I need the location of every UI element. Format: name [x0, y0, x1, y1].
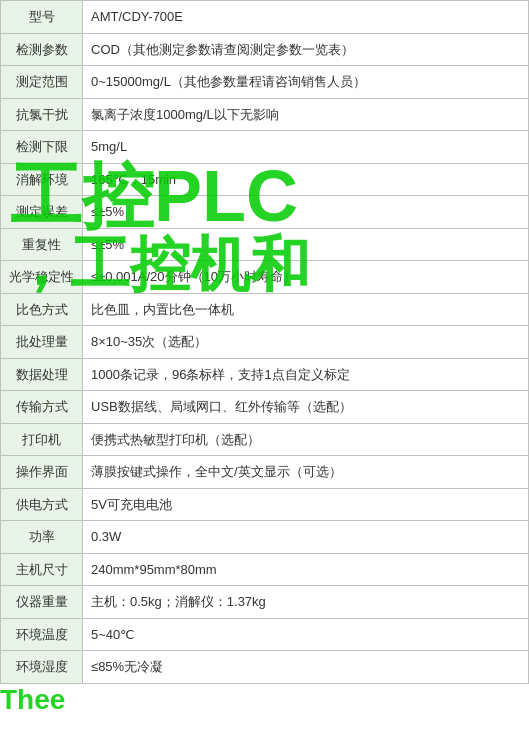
row-value: 便携式热敏型打印机（选配） — [83, 423, 529, 456]
table-row: 抗氯干扰氯离子浓度1000mg/L以下无影响 — [1, 98, 529, 131]
table-row: 比色方式比色皿，内置比色一体机 — [1, 293, 529, 326]
row-label: 检测下限 — [1, 131, 83, 164]
row-value: 1000条记录，96条标样，支持1点自定义标定 — [83, 358, 529, 391]
row-value: AMT/CDY-700E — [83, 1, 529, 34]
row-label: 数据处理 — [1, 358, 83, 391]
bottom-text: Thee — [0, 684, 65, 716]
row-value: 8×10~35次（选配） — [83, 326, 529, 359]
row-value: 0~15000mg/L（其他参数量程请咨询销售人员） — [83, 66, 529, 99]
row-label: 测定误差 — [1, 196, 83, 229]
table-row: 光学稳定性≤±0.001A/20分钟（10万小时寿命） — [1, 261, 529, 294]
row-value: 薄膜按键式操作，全中文/英文显示（可选） — [83, 456, 529, 489]
row-value: ≤±5% — [83, 228, 529, 261]
row-label: 光学稳定性 — [1, 261, 83, 294]
table-row: 检测参数COD（其他测定参数请查阅测定参数一览表） — [1, 33, 529, 66]
row-label: 重复性 — [1, 228, 83, 261]
row-value: 主机：0.5kg；消解仪：1.37kg — [83, 586, 529, 619]
row-label: 检测参数 — [1, 33, 83, 66]
row-value: 5~40℃ — [83, 618, 529, 651]
table-row: 打印机便携式热敏型打印机（选配） — [1, 423, 529, 456]
table-row: 重复性≤±5% — [1, 228, 529, 261]
spec-table: 型号AMT/CDY-700E检测参数COD（其他测定参数请查阅测定参数一览表）测… — [0, 0, 529, 684]
spec-table-container: 型号AMT/CDY-700E检测参数COD（其他测定参数请查阅测定参数一览表）测… — [0, 0, 529, 684]
row-label: 抗氯干扰 — [1, 98, 83, 131]
table-row: 供电方式5V可充电电池 — [1, 488, 529, 521]
table-row: 主机尺寸240mm*95mm*80mm — [1, 553, 529, 586]
row-label: 操作界面 — [1, 456, 83, 489]
row-label: 传输方式 — [1, 391, 83, 424]
row-value: 240mm*95mm*80mm — [83, 553, 529, 586]
table-row: 仪器重量主机：0.5kg；消解仪：1.37kg — [1, 586, 529, 619]
row-label: 功率 — [1, 521, 83, 554]
row-label: 比色方式 — [1, 293, 83, 326]
row-label: 环境温度 — [1, 618, 83, 651]
row-value: 0.3W — [83, 521, 529, 554]
row-value: 5mg/L — [83, 131, 529, 164]
row-label: 打印机 — [1, 423, 83, 456]
row-value: ≤85%无冷凝 — [83, 651, 529, 684]
row-value: 氯离子浓度1000mg/L以下无影响 — [83, 98, 529, 131]
row-value: ≤±5% — [83, 196, 529, 229]
table-row: 测定误差≤±5% — [1, 196, 529, 229]
row-label: 批处理量 — [1, 326, 83, 359]
row-label: 仪器重量 — [1, 586, 83, 619]
table-row: 环境温度5~40℃ — [1, 618, 529, 651]
row-value: 165℃，15min — [83, 163, 529, 196]
table-row: 批处理量8×10~35次（选配） — [1, 326, 529, 359]
row-label: 环境湿度 — [1, 651, 83, 684]
row-label: 测定范围 — [1, 66, 83, 99]
row-value: COD（其他测定参数请查阅测定参数一览表） — [83, 33, 529, 66]
table-row: 测定范围0~15000mg/L（其他参数量程请咨询销售人员） — [1, 66, 529, 99]
row-label: 主机尺寸 — [1, 553, 83, 586]
table-row: 消解环境165℃，15min — [1, 163, 529, 196]
row-value: 5V可充电电池 — [83, 488, 529, 521]
row-value: USB数据线、局域网口、红外传输等（选配） — [83, 391, 529, 424]
table-row: 传输方式USB数据线、局域网口、红外传输等（选配） — [1, 391, 529, 424]
table-row: 检测下限5mg/L — [1, 131, 529, 164]
table-row: 数据处理1000条记录，96条标样，支持1点自定义标定 — [1, 358, 529, 391]
row-label: 型号 — [1, 1, 83, 34]
table-row: 环境湿度≤85%无冷凝 — [1, 651, 529, 684]
row-value: ≤±0.001A/20分钟（10万小时寿命） — [83, 261, 529, 294]
row-label: 供电方式 — [1, 488, 83, 521]
table-row: 功率0.3W — [1, 521, 529, 554]
table-row: 操作界面薄膜按键式操作，全中文/英文显示（可选） — [1, 456, 529, 489]
table-row: 型号AMT/CDY-700E — [1, 1, 529, 34]
row-label: 消解环境 — [1, 163, 83, 196]
row-value: 比色皿，内置比色一体机 — [83, 293, 529, 326]
